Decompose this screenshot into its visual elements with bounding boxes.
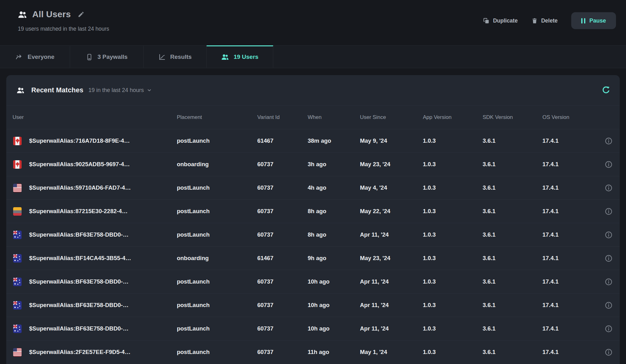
country-flag-icon [13,184,22,192]
cell-when: 11h ago [308,349,360,356]
pause-label: Pause [589,18,606,24]
card-header: Recent Matches 19 in the last 24 hours [6,75,620,105]
cell-placement: postLaunch [177,302,257,309]
cell-app-version: 1.0.3 [423,349,483,356]
users-icon [16,86,25,95]
user-alias: $SuperwallAlias:87215E30-2282-4… [29,208,128,215]
info-icon [604,278,613,286]
cell-sdk-version: 3.6.1 [483,231,542,238]
cell-sdk-version: 3.6.1 [483,208,542,215]
user-alias: $SuperwallAlias:BF63E758-DBD0-… [29,231,129,238]
tab-results-label: Results [170,54,192,60]
info-icon [604,301,613,310]
duplicate-button[interactable]: Duplicate [483,18,518,24]
table-row[interactable]: $SuperwallAlias:9025ADB5-9697-4… onboard… [6,152,620,176]
cell-app-version: 1.0.3 [423,231,483,238]
cell-user-since: May 22, '24 [360,208,423,215]
cell-when: 8h ago [308,231,360,238]
users-icon [221,53,229,61]
info-button[interactable] [604,231,613,239]
cell-app-version: 1.0.3 [423,325,483,332]
table-row[interactable]: $SuperwallAlias:716A7D18-8F9E-4… postLau… [6,129,620,152]
table-row[interactable]: $SuperwallAlias:BF63E758-DBD0-… postLaun… [6,293,620,317]
pause-button[interactable]: Pause [571,12,616,29]
country-flag-icon [13,325,22,333]
cell-variant-id: 60737 [257,325,308,332]
cell-placement: onboarding [177,161,257,168]
tab-users[interactable]: 19 Users [207,45,273,68]
tab-everyone[interactable]: Everyone [0,45,70,68]
cell-os-version: 17.4.1 [542,161,597,168]
cell-user-since: May 23, '24 [360,255,423,262]
table-row[interactable]: $SuperwallAlias:BF63E758-DBD0-… postLaun… [6,223,620,246]
cell-sdk-version: 3.6.1 [483,137,542,144]
info-icon [604,254,613,263]
user-alias: $SuperwallAlias:9025ADB5-9697-4… [29,161,130,168]
info-button[interactable] [604,184,613,192]
column-header-user-since: User Since [360,114,423,120]
delete-label: Delete [541,18,558,24]
info-button[interactable] [604,301,613,310]
cell-sdk-version: 3.6.1 [483,184,542,191]
pause-icon [581,18,585,23]
panel-title: Recent Matches [31,86,84,94]
info-icon [604,348,613,356]
cell-app-version: 1.0.3 [423,302,483,309]
user-alias: $SuperwallAlias:BF63E758-DBD0-… [29,278,129,285]
table-row[interactable]: $SuperwallAlias:2F2E57EE-F9D5-4… postLau… [6,340,620,364]
edit-pencil-icon[interactable] [78,11,85,18]
cell-sdk-version: 3.6.1 [483,255,542,262]
cell-user-since: Apr 11, '24 [360,231,423,238]
table-row[interactable]: $SuperwallAlias:87215E30-2282-4… postLau… [6,199,620,223]
info-button[interactable] [604,325,613,333]
table-row[interactable]: $SuperwallAlias:BF63E758-DBD0-… postLaun… [6,317,620,340]
table-row[interactable]: $SuperwallAlias:59710AD6-FAD7-4… postLau… [6,176,620,199]
cell-when: 10h ago [308,325,360,332]
country-flag-icon [13,137,22,145]
cell-user-since: Apr 11, '24 [360,325,423,332]
tab-paywalls-label: 3 Paywalls [97,54,127,60]
info-icon [604,137,613,145]
cell-user-since: May 9, '24 [360,137,423,144]
cell-app-version: 1.0.3 [423,278,483,285]
info-button[interactable] [604,160,613,169]
cell-variant-id: 61467 [257,137,308,144]
cell-placement: postLaunch [177,208,257,215]
chevron-down-icon [146,87,152,93]
info-icon [604,207,613,216]
info-button[interactable] [604,254,613,263]
cell-variant-id: 60737 [257,231,308,238]
duplicate-label: Duplicate [493,18,518,24]
cell-when: 10h ago [308,278,360,285]
country-flag-icon [13,301,22,310]
cell-user-since: Apr 11, '24 [360,302,423,309]
tab-results[interactable]: Results [144,45,207,68]
info-button[interactable] [604,137,613,145]
user-alias: $SuperwallAlias:BF14CA45-3B55-4… [29,255,131,262]
cell-app-version: 1.0.3 [423,137,483,144]
refresh-button[interactable] [601,85,611,95]
info-button[interactable] [604,207,613,216]
cell-sdk-version: 3.6.1 [483,302,542,309]
delete-button[interactable]: Delete [531,18,558,24]
cell-when: 10h ago [308,302,360,309]
cell-sdk-version: 3.6.1 [483,161,542,168]
cell-sdk-version: 3.6.1 [483,349,542,356]
cell-variant-id: 60737 [257,302,308,309]
info-icon [604,325,613,333]
table-row[interactable]: $SuperwallAlias:BF63E758-DBD0-… postLaun… [6,270,620,293]
column-header-sdk-version: SDK Version [483,114,542,120]
info-icon [604,184,613,192]
time-range-dropdown[interactable]: 19 in the last 24 hours [89,87,152,94]
table-row[interactable]: $SuperwallAlias:BF14CA45-3B55-4… onboard… [6,246,620,270]
info-button[interactable] [604,348,613,356]
cell-os-version: 17.4.1 [542,349,597,356]
user-alias: $SuperwallAlias:59710AD6-FAD7-4… [29,184,131,191]
cell-user-since: May 23, '24 [360,161,423,168]
info-button[interactable] [604,278,613,286]
user-alias: $SuperwallAlias:BF63E758-DBD0-… [29,325,129,332]
country-flag-icon [13,207,22,216]
cell-user-since: May 4, '24 [360,184,423,191]
tab-paywalls[interactable]: 3 Paywalls [70,45,144,68]
time-range-label: 19 in the last 24 hours [89,87,144,94]
